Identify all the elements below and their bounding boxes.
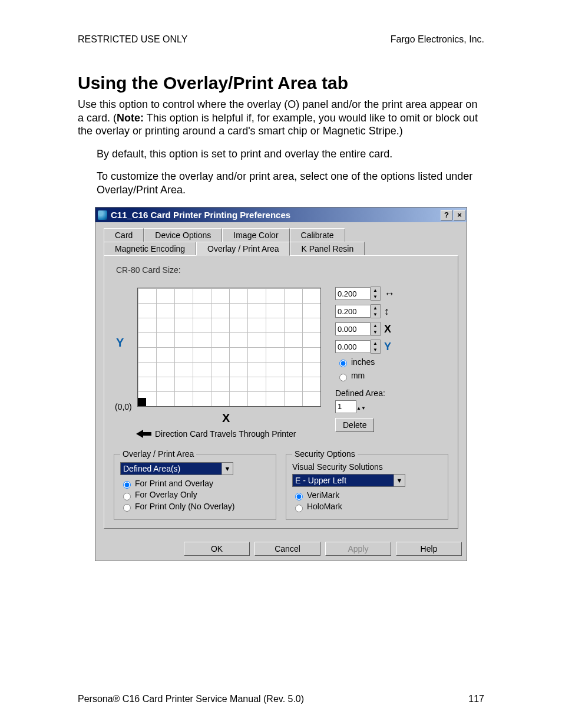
titlebar: C11_C16 Card Printer Printing Preference… xyxy=(95,207,467,222)
opt-verimark-label: VeriMark xyxy=(307,490,339,500)
security-radio-list: VeriMark HoloMark xyxy=(292,490,442,512)
security-combo-value: E - Upper Left xyxy=(293,476,394,485)
help-dialog-button[interactable]: Help xyxy=(396,542,462,556)
tab-magnetic-encoding[interactable]: Magnetic Encoding xyxy=(104,242,196,255)
tab-k-panel-resin[interactable]: K Panel Resin xyxy=(290,242,365,255)
dialog-window: C11_C16 Card Printer Printing Preference… xyxy=(95,207,467,561)
window-title: C11_C16 Card Printer Printing Preference… xyxy=(111,210,290,220)
security-subtitle: Visual Security Solutions xyxy=(292,462,442,472)
tab-device-options[interactable]: Device Options xyxy=(144,228,222,242)
x-icon: X xyxy=(384,323,391,335)
direction-label: Direction Card Travels Through Printer xyxy=(155,429,296,439)
defined-area-updown[interactable]: ▲▼ xyxy=(356,400,366,413)
cancel-button[interactable]: Cancel xyxy=(254,542,320,556)
height-icon: ↕ xyxy=(384,305,389,318)
radio-print-only[interactable] xyxy=(123,504,131,512)
opt-holomark-label: HoloMark xyxy=(307,502,342,511)
defined-area-marker[interactable] xyxy=(138,398,146,406)
width-updown[interactable]: ▲▼ xyxy=(371,286,381,301)
opt-verimark[interactable]: VeriMark xyxy=(292,490,442,500)
help-button[interactable]: ? xyxy=(441,210,452,220)
height-updown[interactable]: ▲▼ xyxy=(371,304,381,318)
direction-row: Direction Card Travels Through Printer xyxy=(136,429,296,439)
opt-print-and-overlay[interactable]: For Print and Overlay xyxy=(120,479,270,489)
bullet-1: By default, this option is set to print … xyxy=(97,147,484,161)
restricted-header: RESTRICTED USE ONLY xyxy=(78,34,187,45)
radio-mm[interactable] xyxy=(339,374,347,381)
width-input[interactable] xyxy=(335,287,371,300)
y-spinner[interactable]: ▲▼ Y xyxy=(335,340,453,354)
delete-button[interactable]: Delete xyxy=(335,418,374,432)
bullet-2: To customize the overlay and/or print ar… xyxy=(97,170,484,196)
chevron-down-icon[interactable]: ▼ xyxy=(222,463,233,475)
x-spinner[interactable]: ▲▼ X xyxy=(335,322,453,336)
tab-card[interactable]: Card xyxy=(104,228,144,242)
radio-holomark[interactable] xyxy=(295,505,303,512)
overlay-combo-value: Defined Area(s) xyxy=(121,464,222,473)
x-updown[interactable]: ▲▼ xyxy=(371,322,381,336)
apply-button[interactable]: Apply xyxy=(325,542,391,556)
tabstrip-row2: Magnetic Encoding Overlay / Print Area K… xyxy=(104,242,458,255)
x-axis-label: X xyxy=(222,411,230,425)
origin-label: (0,0) xyxy=(115,402,132,411)
security-combo[interactable]: E - Upper Left ▼ xyxy=(292,474,405,487)
opt-print-only-label: For Print Only (No Overlay) xyxy=(135,502,235,511)
svg-marker-0 xyxy=(136,430,151,438)
units-mm[interactable]: mm xyxy=(336,371,453,381)
footer-page-number: 117 xyxy=(468,694,484,704)
chevron-down-icon[interactable]: ▼ xyxy=(394,475,405,486)
y-input[interactable] xyxy=(335,340,371,353)
units-inches-label: inches xyxy=(351,357,375,367)
width-spinner[interactable]: ▲▼ ↔ xyxy=(335,286,453,301)
overlay-print-area-group: Overlay / Print Area Defined Area(s) ▼ F… xyxy=(114,449,276,520)
page-title: Using the Overlay/Print Area tab xyxy=(78,73,484,93)
arrow-left-icon xyxy=(136,430,151,438)
ok-button[interactable]: OK xyxy=(184,542,250,556)
card-grid[interactable] xyxy=(137,288,321,407)
overlay-mode-combo[interactable]: Defined Area(s) ▼ xyxy=(120,462,233,475)
card-size-label: CR-80 Card Size: xyxy=(116,265,449,275)
width-icon: ↔ xyxy=(384,288,395,300)
height-spinner[interactable]: ▲▼ ↕ xyxy=(335,304,453,318)
radio-verimark[interactable] xyxy=(295,493,303,500)
dimension-controls: ▲▼ ↔ ▲▼ ↕ ▲▼ X ▲▼ xyxy=(335,283,453,432)
radio-overlay-only[interactable] xyxy=(123,493,131,500)
radio-print-and-overlay[interactable] xyxy=(123,481,131,489)
radio-inches[interactable] xyxy=(339,360,347,367)
tab-image-color[interactable]: Image Color xyxy=(222,228,289,242)
defined-area-label: Defined Area: xyxy=(335,388,453,398)
tab-overlay-print-area[interactable]: Overlay / Print Area xyxy=(196,242,290,256)
height-input[interactable] xyxy=(335,305,371,318)
tab-calibrate[interactable]: Calibrate xyxy=(290,228,345,242)
tabstrip-row1: Card Device Options Image Color Calibrat… xyxy=(104,228,458,242)
units-inches[interactable]: inches xyxy=(336,357,453,367)
opt-print-and-overlay-label: For Print and Overlay xyxy=(135,479,213,488)
opt-overlay-only-label: For Overlay Only xyxy=(135,490,197,499)
security-options-group: Security Options Visual Security Solutio… xyxy=(286,449,448,520)
tab-page: CR-80 Card Size: Y (0,0) X Direction Car… xyxy=(104,255,458,529)
security-group-legend: Security Options xyxy=(292,449,358,459)
x-input[interactable] xyxy=(335,322,371,335)
y-icon: Y xyxy=(384,341,391,353)
intro-note-bold: Note: xyxy=(117,112,144,124)
card-preview-area: Y (0,0) X Direction Card Travels Through… xyxy=(113,281,449,446)
defined-area-spinner[interactable]: ▲▼ xyxy=(335,400,453,413)
footer-manual-title: Persona® C16 Card Printer Service Manual… xyxy=(78,694,304,704)
app-icon xyxy=(98,210,107,220)
units-mm-label: mm xyxy=(351,371,365,380)
intro-paragraph: Use this option to control where the ove… xyxy=(78,98,484,138)
overlay-group-legend: Overlay / Print Area xyxy=(120,449,196,459)
opt-print-only[interactable]: For Print Only (No Overlay) xyxy=(120,502,270,512)
y-updown[interactable]: ▲▼ xyxy=(371,340,381,354)
close-button[interactable]: × xyxy=(454,210,465,220)
opt-holomark[interactable]: HoloMark xyxy=(292,502,442,512)
y-axis-label: Y xyxy=(116,336,124,350)
company-header: Fargo Electronics, Inc. xyxy=(391,34,484,45)
overlay-radio-list: For Print and Overlay For Overlay Only F… xyxy=(120,479,270,512)
defined-area-input[interactable] xyxy=(335,400,356,413)
dialog-button-row: OK Cancel Apply Help xyxy=(95,537,467,561)
opt-overlay-only[interactable]: For Overlay Only xyxy=(120,490,270,500)
